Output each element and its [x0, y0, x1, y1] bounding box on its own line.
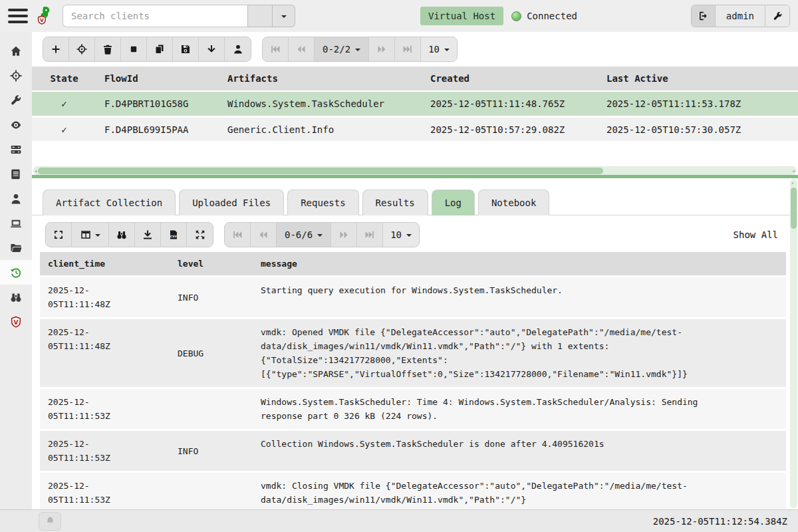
server-stack-icon	[10, 144, 22, 156]
log-next-page-button[interactable]	[331, 223, 357, 247]
velociraptor-logo[interactable]: V	[35, 5, 56, 27]
tab-requests[interactable]: Requests	[287, 190, 358, 215]
flows-next-page-button[interactable]	[369, 37, 395, 61]
log-last-page-button[interactable]	[357, 223, 383, 247]
column-header-message[interactable]: message	[253, 252, 712, 275]
log-row[interactable]: 2025-12-05T11:11:53Z vmdk: Closing VMDK …	[40, 471, 786, 509]
flows-prev-page-button[interactable]	[289, 37, 315, 61]
log-expand-button[interactable]	[187, 223, 213, 247]
pane-divider[interactable]	[32, 175, 798, 178]
flows-last-page-button[interactable]	[395, 37, 421, 61]
column-header-client-time[interactable]: client_time	[40, 252, 170, 275]
log-first-page-button[interactable]	[225, 223, 251, 247]
log-prev-page-button[interactable]	[251, 223, 277, 247]
column-header-flowid[interactable]: FlowId	[96, 73, 219, 84]
log-columns-button[interactable]	[72, 223, 109, 247]
log-page-range-button[interactable]: 0-6/6	[277, 223, 331, 247]
scroll-up-icon[interactable]: ▴	[791, 180, 795, 186]
log-download-button[interactable]	[135, 223, 161, 247]
chevron-down-icon	[444, 49, 450, 54]
flow-id: F.D4PBRT101G58G	[96, 98, 219, 109]
log-find-button[interactable]	[109, 223, 135, 247]
connection-status-label: Connected	[527, 11, 577, 21]
logout-button[interactable]	[692, 5, 716, 27]
vertical-scrollbar[interactable]: ▴	[790, 179, 797, 508]
log-message: vmdk: Opened VMDK file {"DelegateAccesso…	[253, 319, 712, 387]
laptop-icon	[10, 217, 22, 229]
delete-collection-button[interactable]	[95, 37, 121, 61]
search-button[interactable]	[247, 5, 273, 27]
tab-artifact-collection[interactable]: Artifact Collection	[43, 190, 176, 215]
flow-row-selected[interactable]: ✓ F.D4PBRT101G58G Windows.System.TaskSch…	[32, 90, 798, 116]
copy-collection-button[interactable]	[147, 37, 173, 61]
sidebar-item-collected-artifacts[interactable]	[0, 260, 32, 285]
log-row[interactable]: 2025-12-05T11:11:53Z Windows.System.Task…	[40, 387, 786, 429]
sidebar-item-server-dashboard[interactable]	[0, 137, 32, 162]
top-navbar: V Virtual Host Connected admin	[0, 0, 798, 32]
user-flows-button[interactable]	[225, 37, 251, 61]
column-header-last-active[interactable]: Last Active	[598, 73, 798, 84]
sidebar-item-notebooks[interactable]	[0, 162, 32, 186]
new-collection-button[interactable]	[43, 37, 69, 61]
flows-table: State FlowId Artifacts Created Last Acti…	[32, 66, 798, 141]
flow-artifacts: Generic.Client.Info	[219, 124, 422, 135]
home-icon	[10, 45, 22, 57]
vertical-scrollbar-thumb[interactable]	[791, 188, 797, 229]
sidebar-item-hunt-manager[interactable]	[0, 63, 32, 88]
log-export-csv-button[interactable]	[161, 223, 187, 247]
user-icon	[10, 193, 22, 205]
flows-page-size-label: 10	[428, 44, 440, 55]
flow-row[interactable]: ✓ F.D4PBL699I5PAA Generic.Client.Info 20…	[32, 116, 798, 141]
menu-icon[interactable]	[8, 9, 28, 23]
chevron-down-icon	[317, 234, 323, 239]
log-message: vmdk: Closing VMDK file {"DelegateAccess…	[253, 473, 712, 509]
sidebar-item-server-artifacts[interactable]	[0, 88, 32, 112]
horizontal-scrollbar-thumb[interactable]	[38, 168, 603, 174]
sidebar-item-server-events[interactable]	[0, 112, 32, 137]
download-results-button[interactable]	[199, 37, 225, 61]
sidebar-item-interrogate[interactable]	[0, 211, 32, 235]
folder-open-icon	[10, 242, 22, 254]
tab-notebook[interactable]: Notebook	[478, 190, 549, 215]
log-row[interactable]: 2025-12-05T11:11:48Z INFO Starting query…	[40, 275, 786, 317]
log-level: INFO	[170, 277, 253, 317]
log-page-size-button[interactable]: 10	[383, 223, 419, 247]
horizontal-scrollbar[interactable]: ◂ ▸	[33, 166, 797, 175]
tab-log[interactable]: Log	[432, 190, 475, 215]
column-header-state[interactable]: State	[32, 73, 96, 84]
fullscreen-icon	[53, 229, 64, 240]
scroll-right-icon[interactable]: ▸	[793, 168, 796, 174]
sidebar-item-vfs[interactable]	[0, 235, 32, 260]
skip-end-icon	[402, 44, 413, 55]
flows-page-range-button[interactable]: 0-2/2	[315, 37, 369, 61]
sidebar-item-client-events[interactable]	[0, 285, 32, 309]
scroll-left-icon[interactable]: ◂	[34, 168, 37, 174]
save-collection-button[interactable]	[173, 37, 199, 61]
search-input[interactable]	[63, 5, 247, 27]
flows-page-range-label: 0-2/2	[323, 44, 350, 55]
tab-uploaded-files[interactable]: Uploaded Files	[179, 190, 284, 215]
search-options-button[interactable]	[273, 5, 295, 27]
sidebar-item-client-summary[interactable]	[0, 186, 32, 211]
log-client-time: 2025-12-05T11:11:48Z	[40, 319, 170, 387]
user-menu-button[interactable]: admin	[716, 5, 765, 27]
tab-results[interactable]: Results	[362, 190, 428, 215]
log-row[interactable]: 2025-12-05T11:11:48Z DEBUG vmdk: Opened …	[40, 317, 786, 387]
sidebar-item-home[interactable]	[0, 39, 32, 63]
settings-button[interactable]	[765, 5, 789, 27]
cancel-collection-button[interactable]	[121, 37, 147, 61]
column-header-level[interactable]: level	[170, 252, 253, 275]
column-header-artifacts[interactable]: Artifacts	[219, 73, 422, 84]
notifications-button[interactable]	[39, 512, 61, 531]
crosshair-icon	[10, 70, 22, 82]
search-icon	[248, 0, 272, 66]
log-fullscreen-button[interactable]	[46, 223, 72, 247]
flows-page-size-button[interactable]: 10	[421, 37, 457, 61]
target-button[interactable]	[69, 37, 95, 61]
show-all-button[interactable]: Show All	[733, 229, 778, 240]
notebook-icon	[10, 168, 22, 180]
column-header-created[interactable]: Created	[422, 73, 598, 84]
sidebar-item-shield[interactable]	[0, 309, 32, 334]
log-row[interactable]: 2025-12-05T11:11:53Z INFO Collection Win…	[40, 429, 786, 471]
plus-icon	[51, 44, 61, 55]
